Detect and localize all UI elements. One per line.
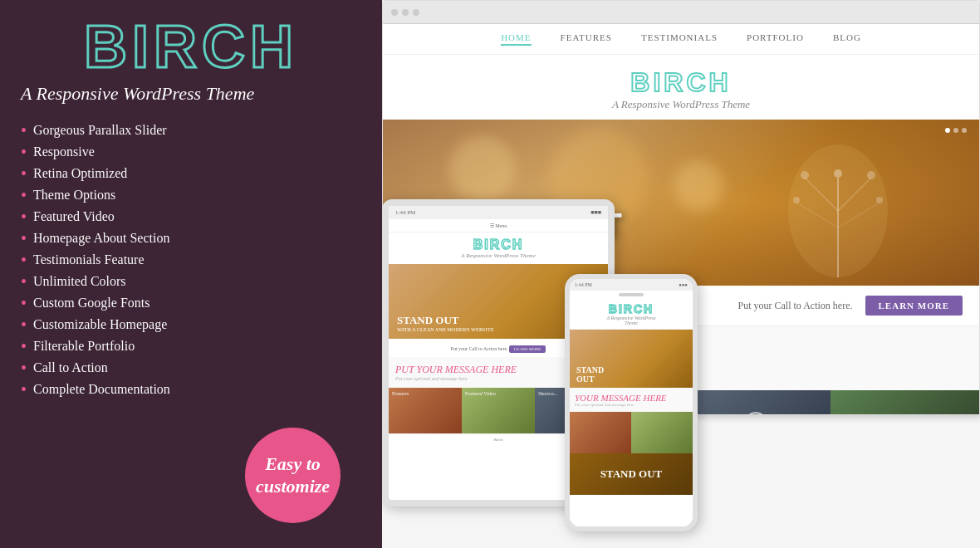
feature-item: Theme Options [21,184,361,206]
phone-hero: STANDOUT [570,330,693,388]
tablet-time: 1:44 PM [395,209,415,216]
tablet-footer-birch: Birch [493,438,502,442]
badge-line1: Easy to [265,453,321,475]
feature-item: Retina Optimized [21,163,361,184]
svg-point-8 [834,169,842,178]
tablet-nav-menu: ☰ Menu [490,223,507,228]
phone-site-header: BIRCH A Responsive WordPressTheme [570,299,693,330]
phone-time: 1:44 PM [575,282,592,287]
phone-tagline: A Responsive WordPressTheme [570,316,693,325]
phone-bottom: STAND OUT [570,412,693,495]
badge-line2: customize [256,476,330,497]
slider-dot-active [945,128,950,133]
phone-logo: BIRCH [570,302,693,316]
phone-video-cell-1 [570,412,631,453]
feature-item: Complete Documentation [21,379,361,400]
svg-point-9 [793,197,800,203]
tablet-logo: BIRCH [389,237,608,252]
nav-item-testimonials[interactable]: TESTIMONIALS [641,32,718,46]
tablet-site-header: BIRCH A Responsive WordPress Theme [389,232,608,264]
bokeh-1 [449,136,516,203]
site-header: BIRCH A Responsive WordPress Theme [383,55,979,120]
tablet-battery: ■■■ [590,209,601,216]
tablet-status: 1:44 PM ■■■ [389,206,608,219]
phone-video-row [570,412,693,453]
easy-badge: Easy to customize [245,428,341,523]
phone-mockup: 1:44 PM ●●● BIRCH A Responsive WordPress… [565,274,698,531]
play-button[interactable]: ▶ [744,412,767,414]
site-nav: HOMEFEATURESTESTIMONIALSPORTFOLIOBLOG [383,24,979,55]
slider-dots [945,128,967,133]
tablet-bottom-cell-2: Featured Video [462,388,535,433]
video-cell-4 [831,390,980,414]
nav-item-home[interactable]: HOME [501,32,531,46]
nav-item-blog[interactable]: BLOG [833,32,861,46]
svg-point-6 [801,171,809,179]
feature-item: Gorgeous Parallax Slider [21,120,361,141]
tablet-hero-sub: with a clean and modern website [397,327,494,332]
phone-msg-title: YOUR MESSAGE HERE [575,393,688,403]
phone-stand-out: STAND OUT [570,453,693,495]
site-logo: BIRCH [383,67,979,98]
feature-item: Testimonials Feature [21,249,361,271]
right-panel: HOMEFEATURESTESTIMONIALSPORTFOLIOBLOG BI… [382,0,980,548]
tablet-nav: ☰ Menu [389,219,608,232]
svg-point-7 [867,171,875,179]
phone-video-cell-2 [631,412,693,453]
feature-item: Customizable Homepage [21,314,361,335]
tablet-hero-title: STAND OUT with a clean and modern websit… [397,314,494,332]
browser-nav [383,1,979,24]
site-tagline: A Responsive WordPress Theme [383,98,979,111]
hero-plant-svg [763,128,913,286]
tablet-tagline: A Responsive WordPress Theme [389,252,608,259]
feature-item: Homepage About Section [21,228,361,249]
feature-item: Custom Google Fonts [21,292,361,314]
tablet-bottom-cell-1: Features [389,388,462,433]
cta-text: Put your Call to Action here. [738,300,853,312]
left-panel: BIRCH A Responsive WordPress Theme Gorge… [0,0,382,548]
feature-item: Filterable Portfolio [21,335,361,357]
nav-item-portfolio[interactable]: PORTFOLIO [747,32,804,46]
feature-item: Call to Action [21,357,361,379]
video-cell-3: ▶ [681,390,831,414]
phone-message: YOUR MESSAGE HERE Put your optional 2nd … [570,388,693,412]
browser-dot-1 [391,9,398,16]
tagline: A Responsive WordPress Theme [21,83,361,105]
bokeh-3 [674,161,723,211]
feature-item: Unlimited Colors [21,271,361,292]
logo: BIRCH [21,17,361,76]
feature-item: Responsive [21,141,361,163]
browser-dot-3 [413,9,419,16]
phone-speaker [619,293,644,296]
phone-msg-sub: Put your optional 2nd message here [575,403,688,407]
nav-item-features[interactable]: FEATURES [561,32,612,46]
svg-point-10 [876,197,883,203]
slider-dot-3 [962,128,967,133]
browser-dot-2 [402,9,409,16]
phone-status: 1:44 PM ●●● [570,279,693,291]
slider-dot-2 [953,128,958,133]
phone-hero-title: STANDOUT [576,365,604,384]
phone-inner: 1:44 PM ●●● BIRCH A Responsive WordPress… [570,279,693,526]
phone-signal: ●●● [679,282,688,287]
cta-button[interactable]: LEARN MORE [865,296,963,316]
tablet-cta-button[interactable]: LEARN MORE [509,345,546,353]
feature-item: Featured Video [21,206,361,228]
